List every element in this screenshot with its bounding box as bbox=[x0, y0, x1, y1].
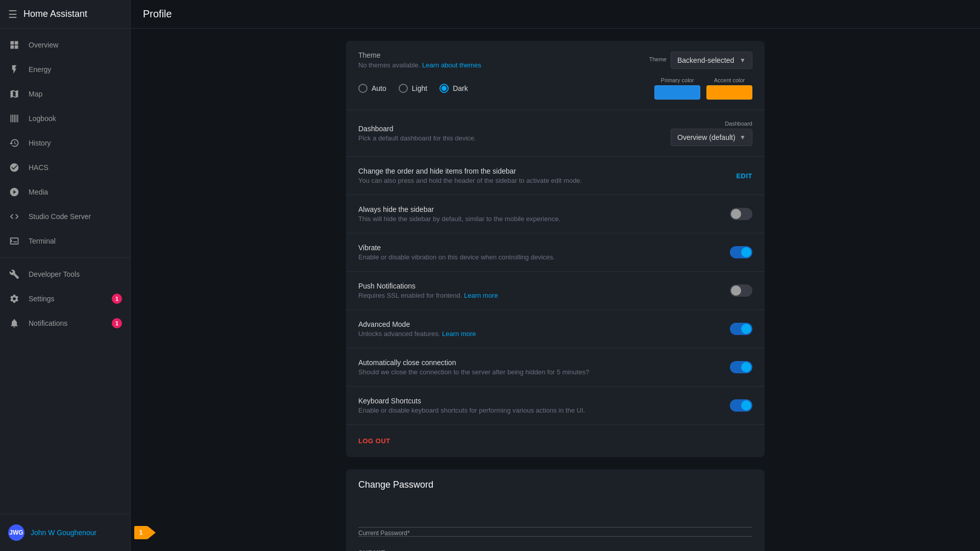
dashboard-select-label: Dashboard bbox=[725, 121, 752, 127]
sidebar-order-row: Change the order and hide items from the… bbox=[358, 167, 752, 184]
sidebar-user[interactable]: JWG John W Goughenour 1 bbox=[0, 518, 130, 547]
always-hide-sidebar-section: Always hide the sidebar This will hide t… bbox=[346, 195, 765, 233]
user-step-badge: 1 bbox=[134, 526, 148, 539]
sidebar-item-studio-code-server[interactable]: Studio Code Server bbox=[0, 204, 130, 229]
always-hide-sidebar-desc: This will hide the sidebar by default, s… bbox=[358, 215, 730, 223]
primary-color-group: Primary color bbox=[654, 77, 700, 100]
push-notifications-toggle[interactable] bbox=[730, 284, 752, 297]
always-hide-sidebar-toggle[interactable] bbox=[730, 208, 752, 220]
sidebar-item-map-label: Map bbox=[29, 90, 42, 98]
accent-color-group: Accent color bbox=[706, 77, 752, 100]
theme-desc: No themes available. Learn about themes bbox=[358, 61, 649, 69]
sidebar-item-terminal-label: Terminal bbox=[29, 237, 56, 245]
sidebar-item-history-label: History bbox=[29, 139, 51, 147]
sidebar-item-hacs-label: HACS bbox=[29, 163, 48, 172]
radio-dark[interactable]: Dark bbox=[439, 84, 468, 93]
sidebar-order-section: Change the order and hide items from the… bbox=[346, 157, 765, 195]
main: Profile Theme No themes available. Learn… bbox=[131, 0, 980, 551]
hacs-icon bbox=[8, 161, 20, 174]
accent-color-label: Accent color bbox=[714, 77, 745, 83]
toggle-thumb bbox=[731, 209, 741, 219]
sidebar-item-energy[interactable]: Energy bbox=[0, 57, 130, 82]
sidebar-item-map[interactable]: Map bbox=[0, 82, 130, 106]
push-notifications-label: Push Notifications bbox=[358, 282, 730, 290]
primary-color-swatch[interactable] bbox=[654, 85, 700, 100]
sidebar-item-logbook[interactable]: Logbook bbox=[0, 106, 130, 131]
content-area: Theme No themes available. Learn about t… bbox=[131, 29, 980, 551]
studio-code-server-icon bbox=[8, 210, 20, 223]
keyboard-shortcuts-label-group: Keyboard Shortcuts Enable or disable key… bbox=[358, 397, 730, 414]
keyboard-shortcuts-label: Keyboard Shortcuts bbox=[358, 397, 730, 405]
sidebar-item-logbook-label: Logbook bbox=[29, 114, 56, 123]
sidebar-item-hacs[interactable]: HACS bbox=[0, 155, 130, 180]
sidebar-item-studio-code-server-label: Studio Code Server bbox=[29, 212, 91, 221]
learn-about-themes-link[interactable]: Learn about themes bbox=[422, 61, 481, 69]
sidebar-divider bbox=[0, 257, 130, 258]
settings-icon bbox=[8, 293, 20, 305]
radio-auto[interactable]: Auto bbox=[358, 84, 386, 93]
overview-icon bbox=[8, 39, 20, 51]
theme-select[interactable]: Backend-selected ▼ bbox=[671, 52, 752, 69]
sidebar-item-notifications[interactable]: Notifications 1 bbox=[0, 311, 130, 336]
radio-dark-label: Dark bbox=[453, 84, 468, 92]
toggle-thumb-auto-close bbox=[741, 362, 751, 372]
sidebar-item-developer-tools[interactable]: Developer Tools bbox=[0, 262, 130, 286]
keyboard-shortcuts-toggle[interactable] bbox=[730, 399, 752, 412]
sidebar-item-settings-label: Settings bbox=[29, 295, 55, 303]
sidebar-bottom: JWG John W Goughenour 1 bbox=[0, 514, 130, 551]
media-icon bbox=[8, 186, 20, 198]
push-notifications-link[interactable]: Learn more bbox=[464, 292, 498, 299]
sidebar-item-terminal[interactable]: Terminal bbox=[0, 229, 130, 253]
menu-icon[interactable]: ☰ bbox=[8, 8, 17, 20]
current-password-field: Current Password* bbox=[358, 498, 752, 537]
accent-color-swatch[interactable] bbox=[706, 85, 752, 100]
toggle-thumb-advanced bbox=[741, 324, 751, 334]
sidebar-item-history[interactable]: History bbox=[0, 131, 130, 155]
vibrate-label-group: Vibrate Enable or disable vibration on t… bbox=[358, 244, 730, 261]
user-name: John W Goughenour bbox=[31, 529, 96, 537]
radio-dark-circle bbox=[439, 84, 449, 93]
sidebar-header: ☰ Home Assistant bbox=[0, 0, 130, 29]
color-swatches: Primary color Accent color bbox=[654, 77, 752, 100]
push-notifications-section: Push Notifications Requires SSL enabled … bbox=[346, 272, 765, 310]
edit-sidebar-button[interactable]: EDIT bbox=[736, 172, 752, 180]
advanced-mode-label-group: Advanced Mode Unlocks advanced features.… bbox=[358, 320, 730, 338]
radio-auto-label: Auto bbox=[372, 84, 386, 92]
auto-close-toggle[interactable] bbox=[730, 361, 752, 373]
sidebar-item-overview-label: Overview bbox=[29, 41, 58, 49]
logout-button[interactable]: LOG OUT bbox=[358, 435, 390, 447]
radio-light[interactable]: Light bbox=[399, 84, 427, 93]
toggle-thumb-push bbox=[731, 285, 741, 296]
submit-password-button[interactable]: SUBMIT bbox=[358, 547, 385, 551]
sidebar-item-settings[interactable]: Settings 1 bbox=[0, 286, 130, 311]
current-password-input[interactable] bbox=[358, 511, 752, 528]
page-title: Profile bbox=[143, 8, 172, 20]
sidebar-item-overview[interactable]: Overview bbox=[0, 33, 130, 57]
notifications-icon bbox=[8, 317, 20, 329]
advanced-mode-toggle[interactable] bbox=[730, 323, 752, 335]
dashboard-select-value: Overview (default) bbox=[677, 133, 736, 141]
advanced-mode-label: Advanced Mode bbox=[358, 320, 730, 328]
vibrate-row: Vibrate Enable or disable vibration on t… bbox=[358, 244, 752, 261]
settings-badge: 1 bbox=[112, 294, 122, 304]
theme-desc-prefix: No themes available. bbox=[358, 61, 420, 69]
auto-close-label-group: Automatically close connection Should we… bbox=[358, 358, 730, 376]
logbook-icon bbox=[8, 112, 20, 125]
sidebar-item-media[interactable]: Media bbox=[0, 180, 130, 204]
settings-card: Theme No themes available. Learn about t… bbox=[346, 41, 765, 457]
advanced-mode-desc-prefix: Unlocks advanced features. bbox=[358, 330, 440, 338]
sidebar-order-label: Change the order and hide items from the… bbox=[358, 167, 736, 175]
vibrate-toggle[interactable] bbox=[730, 246, 752, 258]
sidebar-item-energy-label: Energy bbox=[29, 65, 51, 74]
always-hide-sidebar-label: Always hide the sidebar bbox=[358, 205, 730, 213]
sidebar: ☰ Home Assistant Overview Energy Map bbox=[0, 0, 131, 551]
sidebar-order-desc: You can also press and hold the header o… bbox=[358, 177, 736, 184]
app-title: Home Assistant bbox=[23, 9, 87, 19]
logout-section: LOG OUT bbox=[346, 425, 765, 457]
toggle-thumb-vibrate bbox=[741, 247, 751, 257]
notifications-badge: 1 bbox=[112, 318, 122, 328]
advanced-mode-link[interactable]: Learn more bbox=[442, 330, 476, 338]
push-notifications-desc-prefix: Requires SSL enabled for frontend. bbox=[358, 292, 462, 299]
dashboard-select[interactable]: Overview (default) ▼ bbox=[671, 129, 752, 146]
theme-row: Theme No themes available. Learn about t… bbox=[358, 51, 752, 69]
